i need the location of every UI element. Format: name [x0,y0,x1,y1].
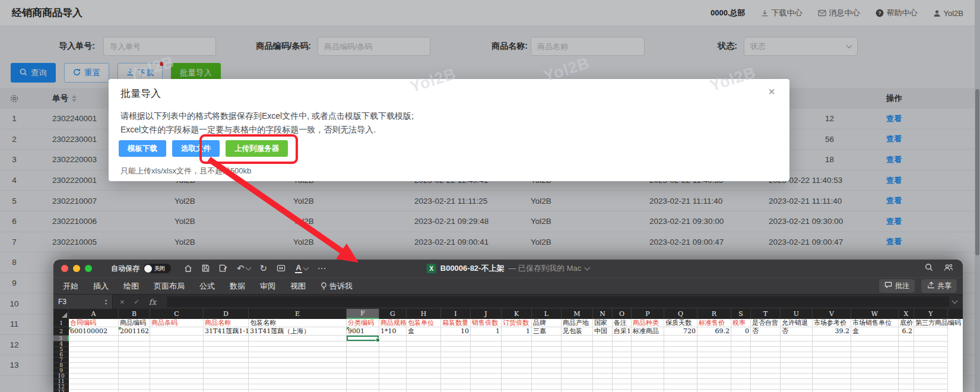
cell-G11[interactable] [379,379,407,384]
cell-O3[interactable] [613,336,632,342]
cell-L6[interactable] [532,352,562,358]
column-header-H[interactable]: H [407,309,441,319]
cell-B13[interactable] [119,390,150,392]
cell-X5[interactable] [899,347,914,352]
cell-K9[interactable] [502,368,532,374]
cell-R6[interactable] [697,352,731,358]
cell-N10[interactable] [593,374,613,379]
cell-E7[interactable] [249,358,347,363]
cell-Y13[interactable] [914,390,948,392]
cell-E10[interactable] [249,374,347,379]
column-header-R[interactable]: R [697,309,731,319]
cell-L1[interactable]: 品牌 [532,319,562,327]
cell-L10[interactable] [532,374,562,379]
choose-file-button[interactable]: 选取文件 [172,140,220,157]
cell-Q3[interactable] [664,336,697,342]
cell-H8[interactable] [407,363,441,368]
close-icon[interactable]: × [768,85,775,99]
cell-U8[interactable] [781,363,813,368]
cell-Y9[interactable] [914,368,948,374]
cell-C6[interactable] [150,352,204,358]
cell-B12[interactable] [119,384,150,390]
cell-G4[interactable] [379,342,407,347]
cell-F4[interactable] [347,342,379,347]
cell-S9[interactable] [731,368,751,374]
cell-K4[interactable] [502,342,532,347]
cell-V8[interactable] [813,363,851,368]
cell-Y7[interactable] [914,358,948,363]
cell-P1[interactable]: 商品种类 [632,319,664,327]
cell-V13[interactable] [813,390,851,392]
cell-U4[interactable] [781,342,813,347]
cell-V4[interactable] [813,342,851,347]
column-header-P[interactable]: P [632,309,664,319]
cell-J2[interactable]: 1 [471,327,502,336]
column-header-F[interactable]: F [347,309,379,319]
cell-R2[interactable]: 69.2 [697,327,731,336]
cell-M6[interactable] [562,352,593,358]
cell-F3[interactable] [347,336,379,342]
cell-I2[interactable]: 10 [441,327,471,336]
cell-Q13[interactable] [664,390,697,392]
column-header-G[interactable]: G [379,309,407,319]
cell-X3[interactable] [899,336,914,342]
cell-D4[interactable] [204,342,249,347]
cell-J5[interactable] [471,347,502,352]
cell-I3[interactable] [441,336,471,342]
cell-K10[interactable] [502,374,532,379]
cell-E12[interactable] [249,384,347,390]
font-color-icon[interactable]: A [295,264,307,273]
cell-D1[interactable]: 商品名称 [204,319,249,327]
cell-O2[interactable]: 自采1 [613,327,632,336]
cell-R1[interactable]: 标准售价 [697,319,731,327]
cell-L9[interactable] [532,368,562,374]
cell-T12[interactable] [751,384,781,390]
cell-U5[interactable] [781,347,813,352]
cell-S4[interactable] [731,342,751,347]
cell-R9[interactable] [697,368,731,374]
cell-X10[interactable] [899,374,914,379]
cell-P13[interactable] [632,390,664,392]
cell-T6[interactable] [751,352,781,358]
cell-R3[interactable] [697,336,731,342]
ribbon-tab-5[interactable]: 公式 [199,281,215,292]
cell-D7[interactable] [204,358,249,363]
save-icon[interactable] [202,264,210,272]
cell-D8[interactable] [204,363,249,368]
cell-S3[interactable] [731,336,751,342]
cell-P9[interactable] [632,368,664,374]
cell-P11[interactable] [632,379,664,384]
cell-I8[interactable] [441,363,471,368]
cell-C8[interactable] [150,363,204,368]
cell-T11[interactable] [751,379,781,384]
cell-Q10[interactable] [664,374,697,379]
cell-S10[interactable] [731,374,751,379]
cell-D5[interactable] [204,347,249,352]
cell-A9[interactable] [69,368,119,374]
cell-G2[interactable]: 1*10 [379,327,407,336]
cell-L4[interactable] [532,342,562,347]
cell-Y6[interactable] [914,352,948,358]
cell-J13[interactable] [471,390,502,392]
cell-B4[interactable] [119,342,150,347]
cell-A7[interactable] [69,358,119,363]
cell-B6[interactable] [119,352,150,358]
cell-R4[interactable] [697,342,731,347]
cell-V5[interactable] [813,347,851,352]
column-header-T[interactable]: T [751,309,781,319]
confirm-entry-icon[interactable]: ✓ [134,298,139,306]
namebox-spinner[interactable]: ▲▼ [104,298,107,305]
cell-J4[interactable] [471,342,502,347]
cell-H12[interactable] [407,384,441,390]
cell-N4[interactable] [593,342,613,347]
autosave-toggle[interactable]: 关闭 [144,264,171,273]
cell-K13[interactable] [502,390,532,392]
cell-X7[interactable] [899,358,914,363]
cell-G9[interactable] [379,368,407,374]
cell-G8[interactable] [379,363,407,368]
column-header-S[interactable]: S [731,309,751,319]
cell-H2[interactable]: 盒 [407,327,441,336]
cell-O4[interactable] [613,342,632,347]
cell-N13[interactable] [593,390,613,392]
ribbon-tab-4[interactable]: 页面布局 [154,281,185,292]
